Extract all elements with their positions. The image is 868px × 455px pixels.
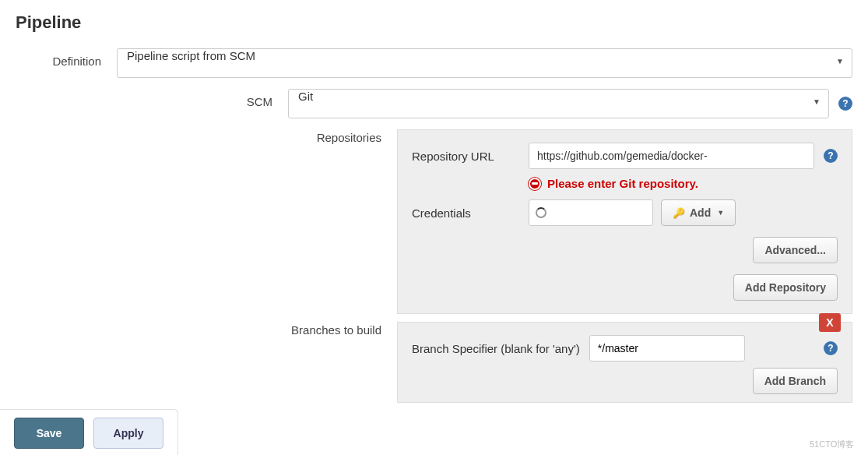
repositories-block: Repositories Repository URL ? Please ent… (16, 129, 852, 314)
scm-value: Git (298, 90, 313, 103)
close-button[interactable]: X (819, 313, 841, 332)
help-icon[interactable]: ? (824, 341, 838, 355)
key-icon: 🔑 (673, 207, 685, 219)
help-icon[interactable]: ? (824, 149, 838, 163)
chevron-down-icon: ▼ (717, 209, 724, 217)
definition-row: Definition Pipeline script from SCM (16, 48, 852, 78)
credentials-select[interactable] (529, 199, 653, 226)
definition-select[interactable]: Pipeline script from SCM (117, 48, 852, 78)
scm-label: SCM (16, 89, 288, 108)
credentials-label: Credentials (412, 206, 529, 220)
branch-specifier-input[interactable] (589, 335, 745, 362)
apply-button[interactable]: Apply (93, 418, 163, 449)
branches-block: Branches to build X Branch Specifier (bl… (16, 322, 852, 403)
scm-row: SCM Git ? (16, 89, 852, 118)
add-repository-button[interactable]: Add Repository (733, 274, 838, 301)
save-button[interactable]: Save (14, 418, 84, 449)
repo-error-text: Please enter Git repository. (547, 177, 698, 190)
advanced-label: Advanced... (764, 244, 826, 256)
repo-url-label: Repository URL (412, 150, 529, 163)
add-credentials-label: Add (690, 206, 711, 219)
add-branch-button[interactable]: Add Branch (753, 368, 838, 394)
error-icon (529, 178, 541, 190)
watermark: 51CTO博客 (810, 439, 854, 450)
add-repository-label: Add Repository (745, 281, 826, 294)
repo-url-input[interactable] (529, 143, 814, 169)
add-branch-label: Add Branch (764, 375, 826, 387)
branches-label: Branches to build (16, 322, 397, 403)
page-title: Pipeline (16, 12, 852, 33)
spinner-icon (536, 207, 546, 218)
branch-specifier-label: Branch Specifier (blank for 'any') (412, 342, 580, 355)
branches-panel: X Branch Specifier (blank for 'any') ? A… (397, 322, 852, 403)
definition-value: Pipeline script from SCM (127, 49, 255, 62)
add-credentials-button[interactable]: 🔑 Add ▼ (661, 199, 736, 226)
action-bar: Save Apply (0, 409, 178, 455)
scm-select[interactable]: Git (288, 89, 829, 118)
help-icon[interactable]: ? (838, 97, 852, 111)
repositories-label: Repositories (16, 129, 397, 314)
definition-label: Definition (16, 48, 117, 68)
repositories-panel: Repository URL ? Please enter Git reposi… (397, 129, 852, 314)
repo-error: Please enter Git repository. (529, 177, 838, 190)
advanced-button[interactable]: Advanced... (753, 237, 838, 263)
